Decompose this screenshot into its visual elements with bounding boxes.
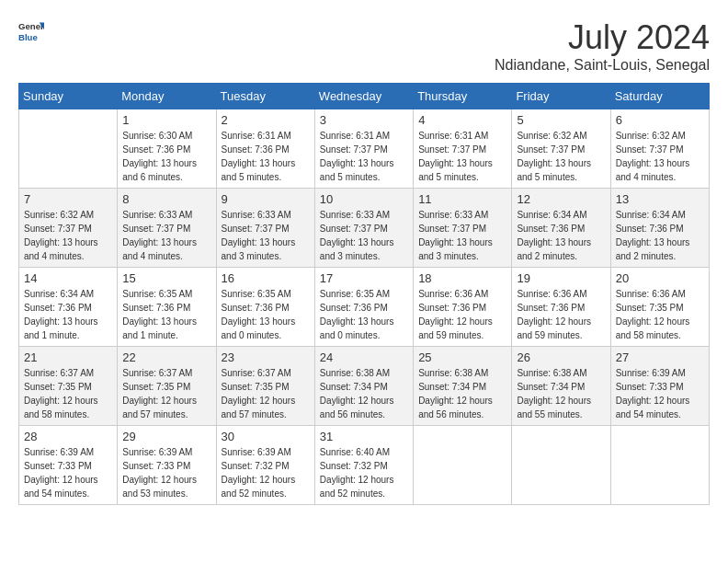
day-info: Sunrise: 6:33 AMSunset: 7:37 PMDaylight:… (122, 208, 210, 263)
day-info: Sunrise: 6:39 AMSunset: 7:33 PMDaylight:… (122, 445, 210, 500)
weekday-header-saturday: Saturday (610, 84, 709, 109)
day-info: Sunrise: 6:31 AMSunset: 7:36 PMDaylight:… (222, 129, 310, 184)
day-number: 29 (122, 430, 210, 443)
calendar-cell: 1 Sunrise: 6:30 AMSunset: 7:36 PMDayligh… (118, 109, 216, 189)
day-info: Sunrise: 6:38 AMSunset: 7:34 PMDaylight:… (418, 366, 506, 421)
day-info: Sunrise: 6:37 AMSunset: 7:35 PMDaylight:… (122, 366, 210, 421)
calendar-cell: 18 Sunrise: 6:36 AMSunset: 7:36 PMDaylig… (414, 268, 512, 347)
calendar-table: SundayMondayTuesdayWednesdayThursdayFrid… (18, 83, 710, 505)
day-info: Sunrise: 6:30 AMSunset: 7:36 PMDaylight:… (122, 129, 210, 184)
calendar-cell: 2 Sunrise: 6:31 AMSunset: 7:36 PMDayligh… (216, 109, 314, 189)
day-number: 6 (616, 113, 704, 127)
weekday-header-sunday: Sunday (19, 84, 118, 109)
calendar-week-5: 28 Sunrise: 6:39 AMSunset: 7:33 PMDaylig… (19, 426, 710, 505)
day-info: Sunrise: 6:33 AMSunset: 7:37 PMDaylight:… (320, 208, 408, 263)
calendar-cell: 21 Sunrise: 6:37 AMSunset: 7:35 PMDaylig… (19, 347, 118, 426)
svg-text:Blue: Blue (18, 32, 38, 42)
calendar-cell (19, 109, 118, 189)
day-number: 15 (122, 271, 210, 285)
calendar-cell: 27 Sunrise: 6:39 AMSunset: 7:33 PMDaylig… (610, 347, 709, 426)
day-number: 23 (222, 350, 310, 364)
day-number: 2 (222, 113, 310, 127)
calendar-cell: 31 Sunrise: 6:40 AMSunset: 7:32 PMDaylig… (314, 426, 413, 505)
logo: General Blue (18, 18, 44, 44)
day-info: Sunrise: 6:31 AMSunset: 7:37 PMDaylight:… (320, 129, 408, 184)
calendar-cell: 16 Sunrise: 6:35 AMSunset: 7:36 PMDaylig… (216, 268, 314, 347)
day-number: 1 (122, 113, 210, 127)
page-header: General Blue July 2024 Ndiandane, Saint-… (18, 18, 710, 74)
weekday-header-friday: Friday (512, 84, 610, 109)
calendar-cell: 5 Sunrise: 6:32 AMSunset: 7:37 PMDayligh… (512, 109, 610, 189)
day-info: Sunrise: 6:32 AMSunset: 7:37 PMDaylight:… (517, 129, 605, 184)
day-number: 21 (24, 350, 112, 364)
calendar-cell: 28 Sunrise: 6:39 AMSunset: 7:33 PMDaylig… (19, 426, 118, 505)
day-number: 22 (122, 350, 210, 364)
calendar-cell: 24 Sunrise: 6:38 AMSunset: 7:34 PMDaylig… (314, 347, 413, 426)
calendar-cell: 14 Sunrise: 6:34 AMSunset: 7:36 PMDaylig… (19, 268, 118, 347)
location-subtitle: Ndiandane, Saint-Louis, Senegal (495, 57, 710, 74)
weekday-header-monday: Monday (118, 84, 216, 109)
day-info: Sunrise: 6:33 AMSunset: 7:37 PMDaylight:… (418, 208, 506, 263)
day-number: 30 (222, 430, 310, 443)
day-info: Sunrise: 6:34 AMSunset: 7:36 PMDaylight:… (24, 287, 112, 342)
calendar-cell (610, 426, 709, 505)
day-number: 5 (517, 113, 605, 127)
calendar-cell: 20 Sunrise: 6:36 AMSunset: 7:35 PMDaylig… (610, 268, 709, 347)
calendar-cell: 15 Sunrise: 6:35 AMSunset: 7:36 PMDaylig… (118, 268, 216, 347)
day-number: 8 (122, 192, 210, 206)
day-number: 9 (222, 192, 310, 206)
day-info: Sunrise: 6:33 AMSunset: 7:37 PMDaylight:… (222, 208, 310, 263)
calendar-cell: 25 Sunrise: 6:38 AMSunset: 7:34 PMDaylig… (414, 347, 512, 426)
calendar-cell (512, 426, 610, 505)
logo-icon: General Blue (18, 18, 44, 44)
calendar-week-3: 14 Sunrise: 6:34 AMSunset: 7:36 PMDaylig… (19, 268, 710, 347)
day-number: 18 (418, 271, 506, 285)
day-number: 19 (517, 271, 605, 285)
day-info: Sunrise: 6:32 AMSunset: 7:37 PMDaylight:… (24, 208, 112, 263)
day-number: 17 (320, 271, 408, 285)
calendar-cell: 3 Sunrise: 6:31 AMSunset: 7:37 PMDayligh… (314, 109, 413, 189)
day-number: 25 (418, 350, 506, 364)
calendar-cell (414, 426, 512, 505)
day-info: Sunrise: 6:32 AMSunset: 7:37 PMDaylight:… (616, 129, 704, 184)
day-number: 31 (320, 430, 408, 443)
day-number: 12 (517, 192, 605, 206)
calendar-cell: 12 Sunrise: 6:34 AMSunset: 7:36 PMDaylig… (512, 189, 610, 268)
day-info: Sunrise: 6:39 AMSunset: 7:33 PMDaylight:… (24, 445, 112, 500)
day-info: Sunrise: 6:34 AMSunset: 7:36 PMDaylight:… (517, 208, 605, 263)
title-block: July 2024 Ndiandane, Saint-Louis, Senega… (495, 18, 710, 74)
day-number: 28 (24, 430, 112, 443)
day-info: Sunrise: 6:34 AMSunset: 7:36 PMDaylight:… (616, 208, 704, 263)
day-number: 13 (616, 192, 704, 206)
weekday-header-thursday: Thursday (414, 84, 512, 109)
calendar-cell: 7 Sunrise: 6:32 AMSunset: 7:37 PMDayligh… (19, 189, 118, 268)
day-number: 11 (418, 192, 506, 206)
day-info: Sunrise: 6:35 AMSunset: 7:36 PMDaylight:… (320, 287, 408, 342)
weekday-header-tuesday: Tuesday (216, 84, 314, 109)
day-number: 20 (616, 271, 704, 285)
calendar-cell: 26 Sunrise: 6:38 AMSunset: 7:34 PMDaylig… (512, 347, 610, 426)
calendar-cell: 17 Sunrise: 6:35 AMSunset: 7:36 PMDaylig… (314, 268, 413, 347)
day-info: Sunrise: 6:39 AMSunset: 7:32 PMDaylight:… (222, 445, 310, 500)
day-number: 10 (320, 192, 408, 206)
calendar-cell: 6 Sunrise: 6:32 AMSunset: 7:37 PMDayligh… (610, 109, 709, 189)
weekday-header-row: SundayMondayTuesdayWednesdayThursdayFrid… (19, 84, 710, 109)
calendar-cell: 11 Sunrise: 6:33 AMSunset: 7:37 PMDaylig… (414, 189, 512, 268)
day-number: 24 (320, 350, 408, 364)
day-number: 3 (320, 113, 408, 127)
calendar-cell: 30 Sunrise: 6:39 AMSunset: 7:32 PMDaylig… (216, 426, 314, 505)
calendar-week-1: 1 Sunrise: 6:30 AMSunset: 7:36 PMDayligh… (19, 109, 710, 189)
day-number: 14 (24, 271, 112, 285)
day-info: Sunrise: 6:40 AMSunset: 7:32 PMDaylight:… (320, 445, 408, 500)
calendar-cell: 29 Sunrise: 6:39 AMSunset: 7:33 PMDaylig… (118, 426, 216, 505)
day-info: Sunrise: 6:35 AMSunset: 7:36 PMDaylight:… (122, 287, 210, 342)
day-info: Sunrise: 6:36 AMSunset: 7:36 PMDaylight:… (517, 287, 605, 342)
day-number: 16 (222, 271, 310, 285)
day-number: 7 (24, 192, 112, 206)
day-info: Sunrise: 6:39 AMSunset: 7:33 PMDaylight:… (616, 366, 704, 421)
calendar-week-2: 7 Sunrise: 6:32 AMSunset: 7:37 PMDayligh… (19, 189, 710, 268)
calendar-cell: 23 Sunrise: 6:37 AMSunset: 7:35 PMDaylig… (216, 347, 314, 426)
calendar-cell: 22 Sunrise: 6:37 AMSunset: 7:35 PMDaylig… (118, 347, 216, 426)
calendar-cell: 13 Sunrise: 6:34 AMSunset: 7:36 PMDaylig… (610, 189, 709, 268)
calendar-cell: 10 Sunrise: 6:33 AMSunset: 7:37 PMDaylig… (314, 189, 413, 268)
